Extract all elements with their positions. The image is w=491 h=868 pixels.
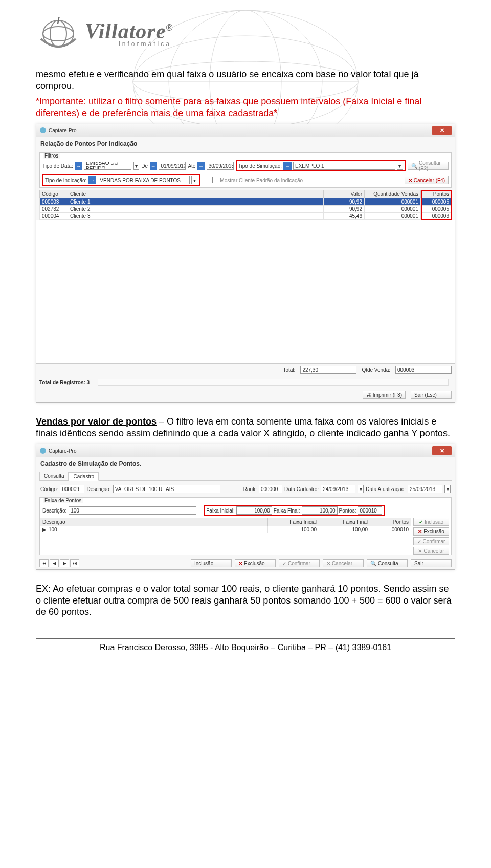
imprimir-button[interactable]: 🖨Imprimir (F3) bbox=[363, 391, 406, 399]
side-inclusao-button[interactable]: ✓Inclusão bbox=[413, 518, 449, 526]
lbl-codigo: Código: bbox=[40, 486, 58, 492]
nav-buttons: ⏮ ◀ ▶ ⏭ bbox=[36, 557, 82, 569]
side-cancelar-button: ✕Cancelar bbox=[413, 547, 449, 555]
table-row[interactable]: ▶100 100,00 100,00 000010 bbox=[40, 526, 411, 533]
checkbox-mostrar-cliente[interactable] bbox=[212, 177, 218, 183]
table-row[interactable]: 002732 Cliente 2 90,92 000001 000005 bbox=[40, 206, 452, 213]
fi-field[interactable]: 100,00 bbox=[236, 506, 272, 515]
tipo-data-field[interactable]: EMISSÃO DO PEDIDO bbox=[84, 162, 131, 170]
th-codigo[interactable]: Código bbox=[40, 190, 68, 198]
section-paragraph: Vendas por valor de pontos – O filtro le… bbox=[36, 416, 455, 439]
svg-point-11 bbox=[40, 448, 46, 454]
intro-paragraph: mesmo efetue e verificando em qual faixa… bbox=[36, 69, 455, 92]
table-row[interactable]: 000003 Cliente 1 90,92 000001 000005 bbox=[40, 198, 452, 206]
next-icon[interactable]: ▶ bbox=[60, 559, 69, 567]
confirmar-button: ✓Confirmar bbox=[279, 559, 320, 567]
codigo-field[interactable]: 000009 bbox=[60, 485, 84, 493]
screenshot-cadastro-simulacao: Captare-Pro ✕ Cadastro de Simulação de P… bbox=[36, 444, 455, 570]
svg-point-7 bbox=[43, 27, 74, 41]
arrow-icon[interactable]: → bbox=[88, 176, 96, 184]
th-valor[interactable]: Valor bbox=[324, 190, 365, 198]
check-icon: ✓ bbox=[417, 539, 421, 544]
close-icon[interactable]: ✕ bbox=[432, 446, 452, 455]
ff-field[interactable]: 100,00 bbox=[302, 506, 338, 515]
consulta-button[interactable]: 🔍Consulta bbox=[367, 559, 408, 567]
th-qtd[interactable]: Quantidade Vendas bbox=[365, 190, 421, 198]
exclusao-button[interactable]: ✕Exclusão bbox=[235, 559, 276, 567]
th-cliente[interactable]: Cliente bbox=[68, 190, 324, 198]
app-icon bbox=[39, 127, 47, 134]
total-value: 227,30 bbox=[300, 366, 356, 374]
window-title: Cadastro de Simulação de Pontos. bbox=[36, 457, 455, 471]
tab-consulta[interactable]: Consulta bbox=[39, 472, 69, 480]
arrow-icon[interactable]: → bbox=[75, 162, 82, 170]
arrow-icon[interactable]: → bbox=[283, 162, 292, 170]
side-confirmar-button: ✓Confirmar bbox=[413, 537, 449, 545]
logo: i Villatore® informática bbox=[36, 10, 455, 56]
logo-reg: ® bbox=[166, 23, 173, 33]
th-pt[interactable]: Pontos bbox=[370, 518, 411, 526]
th-ff[interactable]: Faixa Final bbox=[319, 518, 370, 526]
x-icon: ✕ bbox=[418, 548, 422, 554]
lbl-tipo-ind: Tipo de Indicação: bbox=[45, 177, 86, 183]
arrow-icon[interactable]: → bbox=[197, 162, 204, 170]
lbl-ff: Faixa Final: bbox=[274, 508, 300, 514]
arrow-icon[interactable]: → bbox=[150, 162, 157, 170]
lbl-desc: Descrição: bbox=[86, 486, 110, 492]
scrollbar-horizontal[interactable] bbox=[98, 379, 449, 386]
de-field[interactable]: 01/09/2013 bbox=[159, 162, 186, 170]
qtd-label: Qtde Venda: bbox=[362, 367, 390, 373]
table-row[interactable]: 000004 Cliente 3 45,46 000001 000003 bbox=[40, 213, 452, 220]
lbl-pt: Pontos: bbox=[339, 508, 356, 514]
cancelar-button[interactable]: ✕Cancelar (F4) bbox=[405, 176, 449, 184]
x-icon: ✕ bbox=[418, 529, 422, 535]
ate-field[interactable]: 30/09/2013 bbox=[207, 162, 234, 170]
consultar-button[interactable]: 🔍Consultar (F2) bbox=[408, 162, 449, 170]
tipo-ind-field[interactable]: VENDAS POR FAIXA DE PONTOS bbox=[98, 176, 190, 184]
desc-field[interactable]: VALORES DE 100 REAIS bbox=[113, 485, 220, 493]
lbl-de: De bbox=[141, 163, 148, 169]
sair-button[interactable]: Sair bbox=[411, 559, 452, 567]
x-icon: ✕ bbox=[408, 177, 412, 183]
lbl-tipo-sim: Tipo de Simulação: bbox=[238, 163, 282, 169]
app-name: Captare-Pro bbox=[49, 448, 76, 454]
data-at-field[interactable]: 25/09/2013 bbox=[408, 485, 442, 493]
side-exclusao-button[interactable]: ✕Exclusão bbox=[413, 527, 449, 536]
lbl-ate: Até bbox=[188, 163, 195, 169]
app-icon bbox=[39, 447, 47, 454]
sair-button[interactable]: Sair (Esc) bbox=[411, 391, 452, 399]
screenshot-relacao-pontos: Captare-Pro ✕ Relação de Pontos Por Indi… bbox=[36, 124, 455, 403]
filtros-group-label: Filtros bbox=[43, 153, 60, 159]
dropdown-icon[interactable]: ▾ bbox=[191, 176, 197, 184]
faixa-group-label: Faixa de Pontos bbox=[43, 498, 83, 503]
th-fi[interactable]: Faixa Inicial bbox=[268, 518, 319, 526]
prev-icon[interactable]: ◀ bbox=[50, 559, 59, 567]
footer-divider bbox=[36, 638, 455, 639]
lbl-rank: Rank: bbox=[243, 486, 257, 492]
dropdown-icon[interactable]: ▾ bbox=[358, 485, 364, 493]
footer-address: Rua Francisco Derosso, 3985 - Alto Boque… bbox=[36, 643, 455, 652]
logo-mark: i bbox=[36, 13, 81, 53]
tipo-sim-field[interactable]: EXEMPLO 1 bbox=[293, 162, 395, 170]
data-cad-field[interactable]: 24/09/2013 bbox=[321, 485, 355, 493]
total-registros: Total de Registros: 3 bbox=[39, 380, 90, 385]
first-icon[interactable]: ⏮ bbox=[39, 559, 49, 567]
desc2-field[interactable]: 100 bbox=[69, 506, 196, 515]
pt-field[interactable]: 000010 bbox=[358, 506, 382, 515]
dropdown-icon[interactable]: ▾ bbox=[444, 485, 451, 493]
dropdown-icon[interactable]: ▾ bbox=[133, 162, 139, 170]
th-desc[interactable]: Descrição bbox=[40, 518, 268, 526]
lbl-data-at: Data Atualização: bbox=[366, 486, 406, 492]
rank-field[interactable]: 000000 bbox=[259, 485, 282, 493]
dropdown-icon[interactable]: ▾ bbox=[397, 162, 403, 170]
results-table: Código Cliente Valor Quantidade Vendas P… bbox=[39, 190, 452, 220]
close-icon[interactable]: ✕ bbox=[432, 126, 452, 135]
last-icon[interactable]: ⏭ bbox=[70, 559, 79, 567]
th-pontos[interactable]: Pontos bbox=[421, 190, 452, 198]
lbl-data-cad: Data Cadastro: bbox=[284, 486, 319, 492]
app-name: Captare-Pro bbox=[49, 128, 76, 133]
lbl-desc2: Descrição: bbox=[42, 508, 66, 514]
inclusao-button[interactable]: Inclusão bbox=[191, 559, 232, 567]
check-icon: ✓ bbox=[419, 519, 423, 525]
tab-cadastro[interactable]: Cadastro bbox=[69, 472, 99, 481]
